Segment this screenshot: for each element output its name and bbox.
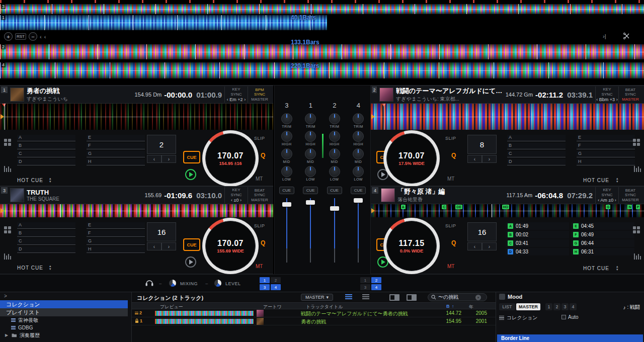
deck2-slip-button[interactable]: SLIP: [445, 136, 456, 141]
hotcue-slot[interactable]: A: [17, 222, 75, 229]
hotcue-slot[interactable]: C: [17, 238, 75, 245]
high-knob[interactable]: [329, 131, 340, 142]
fader-handle[interactable]: [282, 202, 291, 207]
low-knob[interactable]: [329, 166, 340, 177]
hotcue-slot[interactable]: H: [87, 246, 145, 253]
pad-mode-icon[interactable]: [633, 139, 640, 146]
key-right-icon[interactable]: ›: [240, 198, 242, 203]
deck3-slip-button[interactable]: SLIP: [254, 223, 265, 228]
related-source-collection[interactable]: コレクション: [499, 314, 537, 321]
hotcue-entry[interactable]: G06:44: [571, 239, 634, 247]
hotcue-entry[interactable]: F06:49: [571, 231, 634, 238]
table-row[interactable]: 1 勇者の挑戦 154.95 2001: [132, 317, 496, 325]
hotcue-slot[interactable]: E: [87, 135, 145, 141]
master-deck-selector[interactable]: MASTER▾: [301, 294, 333, 301]
slider-mode-icon[interactable]: [634, 253, 641, 260]
hotcue-slot[interactable]: B: [507, 143, 566, 149]
low-knob[interactable]: [353, 166, 364, 177]
low-knob[interactable]: [281, 166, 292, 177]
list-toggle-button[interactable]: LIST: [499, 303, 515, 310]
deck3-track-strip[interactable]: [0, 204, 273, 217]
trim-knob[interactable]: [329, 113, 340, 124]
assign-button-3[interactable]: 3: [260, 284, 270, 290]
beat-jump-back-button[interactable]: ‹: [467, 155, 482, 163]
hotcue-slot[interactable]: F: [577, 143, 635, 149]
reset-button[interactable]: RST: [15, 33, 26, 40]
deck-filter-1[interactable]: 1: [545, 303, 552, 310]
column-bpm[interactable]: B: [446, 304, 450, 309]
deck3-key-sync[interactable]: KEY SYNC ‹ ±0 ›: [225, 187, 248, 203]
search-input[interactable]: [438, 295, 473, 300]
trim-knob[interactable]: [305, 113, 316, 124]
deck4-sync-button[interactable]: BEAT SYNC: [622, 188, 639, 197]
deck-filter-4[interactable]: 4: [570, 303, 577, 310]
headphones-mixing-knob[interactable]: [169, 280, 176, 287]
deck3-cue-button[interactable]: CUE: [183, 238, 200, 251]
channel-fader[interactable]: [277, 198, 297, 263]
hotcue-marker[interactable]: A: [401, 205, 406, 209]
deck2-track-strip[interactable]: [371, 104, 644, 130]
deck3-quantize-button[interactable]: Q: [261, 239, 265, 246]
high-knob[interactable]: [305, 131, 316, 142]
assign-button-3[interactable]: 3: [360, 284, 370, 290]
mid-knob[interactable]: [281, 148, 292, 159]
hotcue-marker[interactable]: HO: [502, 205, 510, 209]
deck4-key-sync[interactable]: KEY SYNC ‹ Am ±0 ›: [596, 187, 619, 203]
hotcue-slot[interactable]: B: [17, 230, 75, 237]
fader-handle[interactable]: [330, 206, 339, 211]
channel-cue-button[interactable]: CUE: [303, 187, 318, 194]
low-knob[interactable]: [305, 166, 316, 177]
waveform-lane-deck1[interactable]: [0, 15, 327, 30]
hotcue-slot[interactable]: D: [507, 159, 566, 165]
sidebar-item-playlist[interactable]: GDBG: [0, 324, 128, 331]
sidebar-item-history-folder[interactable]: ▶ 演奏履歴: [0, 331, 128, 339]
hotcue-slot[interactable]: F: [87, 230, 145, 237]
channel-fader[interactable]: [325, 198, 345, 263]
detail-view-button[interactable]: [362, 294, 369, 299]
hotcue-slot[interactable]: D: [17, 159, 75, 165]
deck4-master-button[interactable]: MASTER: [622, 198, 639, 202]
hotcue-marker[interactable]: DE: [455, 205, 462, 209]
channel-cue-button[interactable]: CUE: [279, 187, 294, 194]
pad-mode-icon[interactable]: [4, 139, 11, 146]
pad-mode-icon[interactable]: [4, 226, 11, 233]
track-preview-waveform[interactable]: [155, 319, 254, 324]
hotcue-marker[interactable]: G: [606, 205, 610, 209]
hotcue-marker[interactable]: N: [627, 205, 632, 209]
master-toggle-button[interactable]: MASTER: [516, 303, 540, 310]
waveform-lane-deck3[interactable]: [0, 4, 644, 14]
hotcue-marker[interactable]: C: [442, 205, 446, 209]
tree-caret-icon[interactable]: ▶: [5, 333, 9, 337]
hotcue-slot[interactable]: D: [17, 246, 75, 253]
mid-knob[interactable]: [353, 148, 364, 159]
grid-edit-scissors-icon[interactable]: [623, 32, 630, 40]
table-row[interactable]: 2 戦闘のテーマ〜アレフガルドにて〜勇者の挑戦 144.72 2005: [132, 309, 496, 317]
pad-mode-icon[interactable]: [633, 226, 640, 233]
headphones-level-knob[interactable]: [214, 280, 221, 287]
fader-handle[interactable]: [354, 198, 363, 203]
hotcue-marker[interactable]: P: [636, 205, 640, 209]
beat-jump-fwd-button[interactable]: ›: [162, 155, 176, 163]
assign-button-1[interactable]: 1: [260, 277, 270, 283]
hotcue-slot[interactable]: G: [87, 151, 145, 157]
beat-jump-back-button[interactable]: ‹: [147, 242, 162, 250]
key-right-icon[interactable]: ›: [615, 198, 616, 203]
hotcue-slot[interactable]: E: [577, 135, 635, 141]
related-selected-track[interactable]: Border Line: [497, 334, 643, 342]
sidebar-item-playlists[interactable]: プレイリスト: [0, 308, 128, 316]
assign-button-2[interactable]: 2: [371, 277, 381, 283]
sidebar-collapse-button[interactable]: >: [4, 293, 7, 299]
key-right-icon[interactable]: ›: [616, 97, 618, 102]
channel-cue-button[interactable]: CUE: [327, 187, 342, 194]
mid-knob[interactable]: [305, 148, 316, 159]
deck4-track-strip[interactable]: A C DE HO G N P: [371, 204, 644, 217]
trim-knob[interactable]: [353, 113, 364, 124]
assign-button-4[interactable]: 4: [271, 284, 281, 290]
channel-fader[interactable]: [300, 198, 320, 263]
channel-cue-button[interactable]: CUE: [351, 187, 366, 194]
hotcue-slot[interactable]: A: [507, 135, 566, 141]
hotcue-sort-icon[interactable]: ▴▾: [49, 177, 51, 183]
key-left-icon[interactable]: ‹: [227, 97, 228, 102]
deck1-track-strip[interactable]: [0, 104, 273, 130]
deck-filter-2[interactable]: 2: [553, 303, 560, 310]
